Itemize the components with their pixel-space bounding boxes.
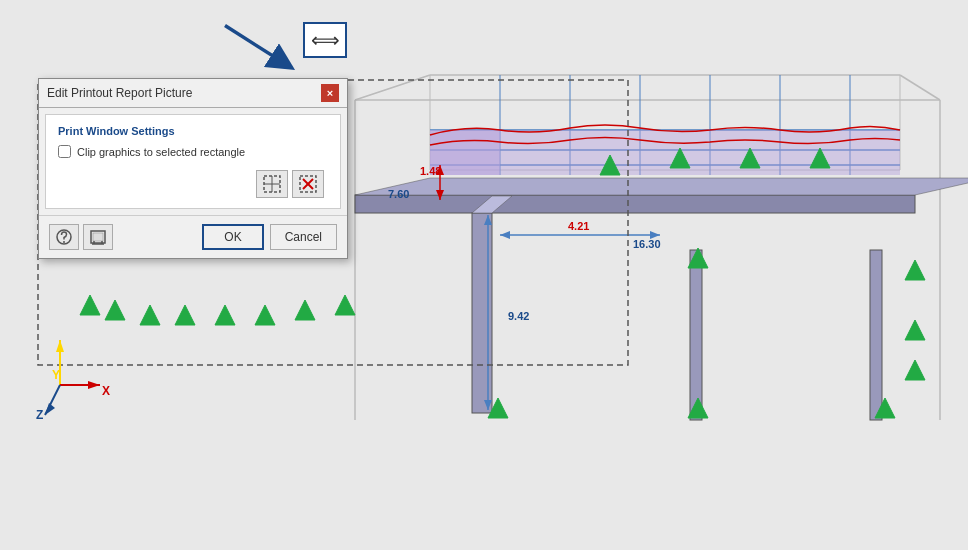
dialog-body: Print Window Settings Clip graphics to s… xyxy=(45,114,341,209)
clip-graphics-label: Clip graphics to selected rectangle xyxy=(77,146,245,158)
dim-label-2: 7.60 xyxy=(388,188,409,200)
help-button[interactable] xyxy=(49,224,79,250)
y-axis-label: Y xyxy=(52,368,60,382)
svg-line-63 xyxy=(225,26,289,67)
dim-label-1: 1.48 xyxy=(420,165,441,177)
dim-label-4: 16.30 xyxy=(633,238,661,250)
svg-rect-23 xyxy=(472,213,492,413)
footer-icons xyxy=(49,224,113,250)
svg-point-71 xyxy=(63,241,65,243)
svg-marker-22 xyxy=(355,178,968,195)
svg-rect-26 xyxy=(870,250,882,420)
select-area-button[interactable] xyxy=(256,170,288,198)
footer-buttons: OK Cancel xyxy=(202,224,337,250)
dialog-titlebar: Edit Printout Report Picture × xyxy=(39,79,347,108)
section-title: Print Window Settings xyxy=(58,125,328,137)
edit-printout-dialog: Edit Printout Report Picture × Print Win… xyxy=(38,78,348,259)
clear-area-button[interactable] xyxy=(292,170,324,198)
cancel-button[interactable]: Cancel xyxy=(270,224,337,250)
dialog-title: Edit Printout Report Picture xyxy=(47,86,192,100)
dim-label-5: 9.42 xyxy=(508,310,529,322)
dialog-close-button[interactable]: × xyxy=(321,84,339,102)
ok-button[interactable]: OK xyxy=(202,224,263,250)
x-axis-label: X xyxy=(102,384,110,398)
clip-graphics-checkbox[interactable] xyxy=(58,145,71,158)
dialog-footer: OK Cancel xyxy=(39,215,347,258)
clip-graphics-row: Clip graphics to selected rectangle xyxy=(58,145,328,158)
dim-label-3: 4.21 xyxy=(568,220,589,232)
preview-button[interactable] xyxy=(83,224,113,250)
resize-icon: ⟺ xyxy=(311,28,340,52)
resize-cursor-box[interactable]: ⟺ xyxy=(303,22,347,58)
svg-rect-21 xyxy=(355,195,915,213)
svg-rect-25 xyxy=(690,250,702,420)
z-axis-label: Z xyxy=(36,408,43,422)
tool-buttons-row xyxy=(58,170,328,198)
blue-arrow-indicator xyxy=(210,8,310,78)
svg-rect-73 xyxy=(93,233,103,241)
